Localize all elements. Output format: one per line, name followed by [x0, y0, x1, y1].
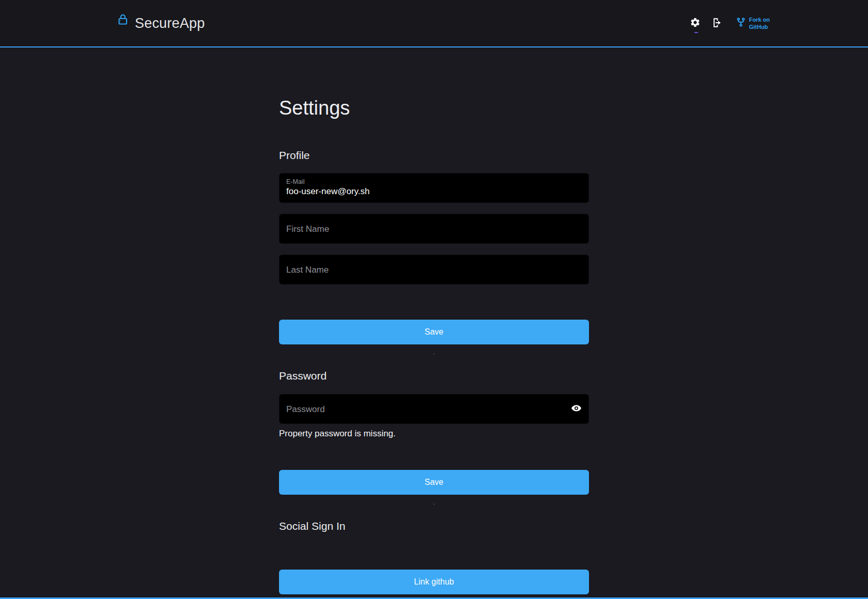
social-sign-in-heading: Social Sign In [279, 520, 589, 532]
settings-button[interactable] [689, 16, 702, 30]
first-name-field-container [279, 214, 589, 244]
link-github-button[interactable]: Link github [279, 570, 589, 594]
email-input[interactable] [286, 186, 582, 197]
email-label: E-Mail [286, 178, 582, 186]
password-save-button[interactable]: Save [279, 470, 589, 495]
brand: SecureApp [117, 15, 205, 31]
password-input[interactable] [286, 404, 571, 415]
email-field-container: E-Mail [279, 173, 589, 203]
eye-icon [571, 403, 582, 415]
gear-caret-indicator [694, 32, 698, 33]
lock-icon [117, 13, 129, 26]
password-divider-dot: . [279, 499, 589, 506]
fork-on-github-link[interactable]: Fork on GitHub [736, 16, 770, 31]
profile-save-button[interactable]: Save [279, 320, 589, 344]
password-heading: Password [279, 370, 589, 382]
last-name-field-container [279, 255, 589, 285]
password-field-container [279, 394, 589, 424]
app-header: SecureApp [0, 0, 868, 48]
logout-button[interactable] [710, 16, 724, 31]
header-actions: Fork on GitHub [689, 16, 770, 31]
fork-link-label: Fork on GitHub [749, 16, 770, 31]
last-name-input[interactable] [286, 264, 582, 275]
profile-divider-dot: . [279, 349, 589, 355]
profile-heading: Profile [279, 149, 589, 162]
settings-page: Settings Profile E-Mail Save . Password … [279, 97, 589, 594]
git-fork-icon [736, 17, 746, 29]
first-name-input[interactable] [286, 224, 582, 234]
logout-icon [711, 17, 723, 30]
password-error-message: Property password is missing. [279, 429, 589, 439]
gear-icon [690, 17, 701, 29]
toggle-password-visibility-button[interactable] [571, 403, 582, 415]
app-title: SecureApp [135, 15, 205, 31]
page-title: Settings [279, 97, 589, 119]
